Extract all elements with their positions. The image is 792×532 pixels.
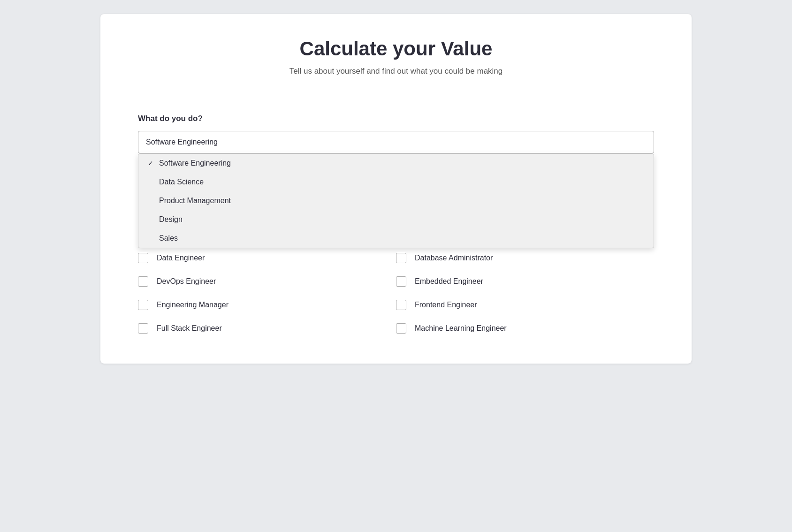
- skill-label-embedded-engineer: Embedded Engineer: [415, 277, 483, 286]
- skill-item-data-engineer: Data Engineer: [138, 246, 396, 270]
- form-section: What do you do? Software Engineering ✓ S…: [100, 95, 692, 364]
- skill-checkbox-database-administrator[interactable]: [396, 253, 406, 263]
- skill-checkbox-frontend-engineer[interactable]: [396, 300, 406, 310]
- skill-item-engineering-manager: Engineering Manager: [138, 293, 396, 317]
- skill-item-machine-learning-engineer: Machine Learning Engineer: [396, 317, 654, 340]
- skill-item-full-stack-engineer: Full Stack Engineer: [138, 317, 396, 340]
- dropdown-item-product-management[interactable]: Product Management: [138, 191, 654, 210]
- skill-label-full-stack-engineer: Full Stack Engineer: [157, 324, 222, 333]
- skill-checkbox-devops-engineer[interactable]: [138, 276, 148, 287]
- dropdown-item-design[interactable]: Design: [138, 210, 654, 229]
- dropdown-item-sales[interactable]: Sales: [138, 229, 654, 248]
- skill-checkbox-machine-learning-engineer[interactable]: [396, 323, 406, 334]
- page-subtitle: Tell us about yourself and find out what…: [119, 67, 673, 76]
- dropdown-item-label: Data Science: [159, 178, 204, 186]
- dropdown-item-label: Sales: [159, 234, 178, 243]
- skill-item-devops-engineer: DevOps Engineer: [138, 270, 396, 293]
- skill-item-embedded-engineer: Embedded Engineer: [396, 270, 654, 293]
- role-dropdown-selected: Software Engineering: [146, 138, 218, 146]
- skill-label-engineering-manager: Engineering Manager: [157, 301, 228, 309]
- dropdown-item-label: Design: [159, 215, 183, 224]
- skill-label-database-administrator: Database Administrator: [415, 254, 493, 262]
- skill-item-frontend-engineer: Frontend Engineer: [396, 293, 654, 317]
- dropdown-item-label: Software Engineering: [159, 159, 231, 167]
- checkmark-icon: ✓: [148, 160, 155, 167]
- skill-checkbox-embedded-engineer[interactable]: [396, 276, 406, 287]
- skill-label-machine-learning-engineer: Machine Learning Engineer: [415, 324, 507, 333]
- skill-checkbox-engineering-manager[interactable]: [138, 300, 148, 310]
- header-section: Calculate your Value Tell us about yours…: [100, 14, 692, 95]
- dropdown-item-data-science[interactable]: Data Science: [138, 173, 654, 191]
- dropdown-item-label: Product Management: [159, 197, 231, 205]
- skill-checkbox-full-stack-engineer[interactable]: [138, 323, 148, 334]
- role-dropdown-wrapper: Software Engineering ✓ Software Engineer…: [138, 131, 654, 153]
- role-dropdown-menu: ✓ Software Engineering Data Science Prod…: [138, 153, 654, 248]
- skill-label-frontend-engineer: Frontend Engineer: [415, 301, 477, 309]
- skill-label-data-engineer: Data Engineer: [157, 254, 205, 262]
- page-title: Calculate your Value: [119, 38, 673, 60]
- dropdown-item-software-engineering[interactable]: ✓ Software Engineering: [138, 154, 654, 173]
- skill-label-devops-engineer: DevOps Engineer: [157, 277, 216, 286]
- skill-item-database-administrator: Database Administrator: [396, 246, 654, 270]
- role-dropdown-trigger[interactable]: Software Engineering: [138, 131, 654, 153]
- page-container: Calculate your Value Tell us about yours…: [100, 14, 692, 364]
- skill-checkbox-data-engineer[interactable]: [138, 253, 148, 263]
- what-do-you-do-label: What do you do?: [138, 114, 654, 123]
